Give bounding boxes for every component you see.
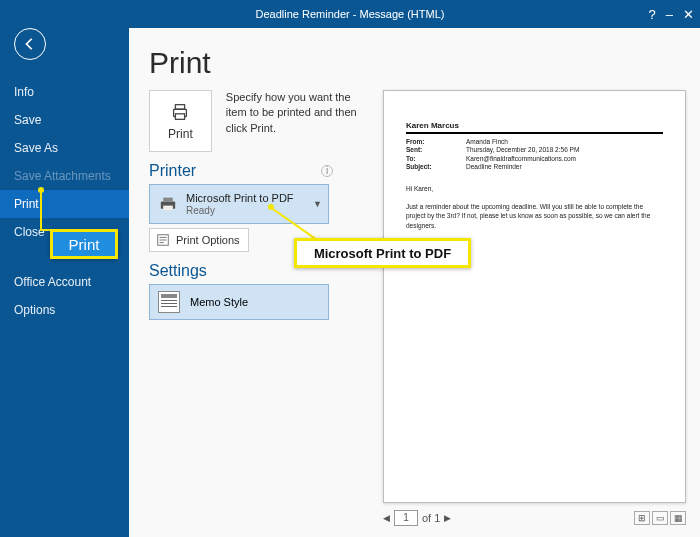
page-navigator: ◀ 1 of 1 ▶ ⊞ ▭ ▦ xyxy=(383,507,686,529)
print-options-button[interactable]: Print Options xyxy=(149,228,249,252)
style-selector[interactable]: Memo Style xyxy=(149,284,329,320)
svg-rect-5 xyxy=(163,206,173,211)
back-button[interactable] xyxy=(14,28,46,60)
print-options-label: Print Options xyxy=(176,234,240,246)
sidebar-item-print[interactable]: Print xyxy=(0,190,129,218)
sidebar-item-office-account[interactable]: Office Account xyxy=(0,268,129,296)
highlight-dot xyxy=(38,187,44,193)
chevron-down-icon: ▼ xyxy=(313,199,322,209)
sidebar-item-save-attachments: Save Attachments xyxy=(0,162,129,190)
print-preview-page: Karen Marcus From:Amanda Finch Sent:Thur… xyxy=(383,90,686,503)
printer-selector[interactable]: Microsoft Print to PDF Ready ▼ xyxy=(149,184,329,224)
page-of-text: of 1 xyxy=(422,512,440,524)
backstage-sidebar: Info Save Save As Save Attachments Print… xyxy=(0,28,129,537)
sidebar-item-save[interactable]: Save xyxy=(0,106,129,134)
print-button[interactable]: Print xyxy=(149,90,212,152)
one-page-icon[interactable]: ▭ xyxy=(652,511,668,525)
multi-page-icon[interactable]: ▦ xyxy=(670,511,686,525)
sidebar-item-options[interactable]: Options xyxy=(0,296,129,324)
minimize-icon[interactable]: – xyxy=(666,7,673,22)
actual-size-icon[interactable]: ⊞ xyxy=(634,511,650,525)
close-icon[interactable]: ✕ xyxy=(683,7,694,22)
page-title: Print xyxy=(149,46,686,80)
sidebar-item-info[interactable]: Info xyxy=(0,78,129,106)
printer-icon xyxy=(169,101,191,123)
print-button-label: Print xyxy=(168,127,193,141)
svg-rect-1 xyxy=(176,105,185,110)
print-spec-text: Specify how you want the item to be prin… xyxy=(226,90,373,152)
svg-rect-4 xyxy=(163,198,173,202)
next-page-icon[interactable]: ▶ xyxy=(444,513,451,523)
annotation-arrow xyxy=(40,189,42,231)
svg-rect-2 xyxy=(176,114,185,120)
callout-print: Print xyxy=(50,229,118,259)
page-number-input[interactable]: 1 xyxy=(394,510,418,526)
style-name: Memo Style xyxy=(190,296,248,308)
print-backstage: Print Print Specify how you want the ite xyxy=(129,28,700,537)
window-title: Deadline Reminder - Message (HTML) xyxy=(256,8,445,20)
arrow-left-icon xyxy=(23,37,37,51)
options-icon xyxy=(156,233,170,247)
preview-sender: Karen Marcus xyxy=(406,121,663,134)
highlight-dot xyxy=(268,204,274,210)
printer-icon xyxy=(158,196,178,212)
printer-name: Microsoft Print to PDF xyxy=(186,192,294,204)
printer-heading: Printer i xyxy=(149,162,373,180)
info-icon[interactable]: i xyxy=(321,165,333,177)
prev-page-icon[interactable]: ◀ xyxy=(383,513,390,523)
title-bar: Deadline Reminder - Message (HTML) ? – ✕ xyxy=(0,0,700,28)
sidebar-item-save-as[interactable]: Save As xyxy=(0,134,129,162)
memo-style-icon xyxy=(158,291,180,313)
help-icon[interactable]: ? xyxy=(649,7,656,22)
callout-printer: Microsoft Print to PDF xyxy=(294,238,471,268)
